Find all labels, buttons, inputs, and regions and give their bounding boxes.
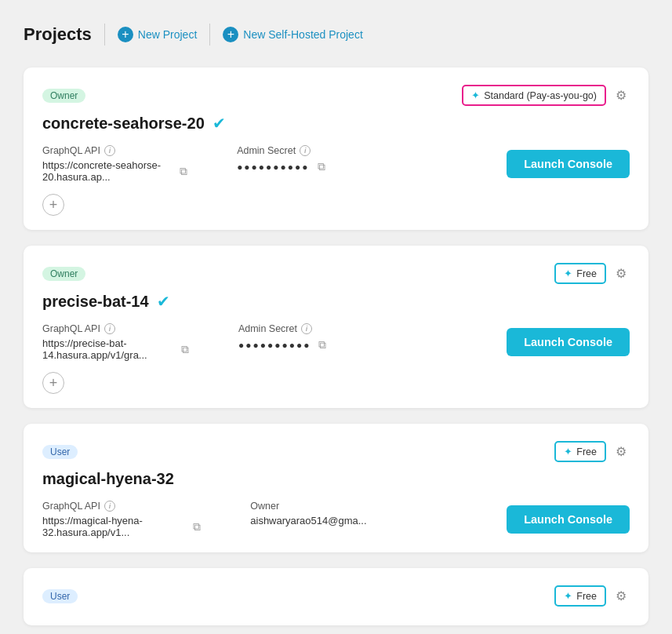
project-1-plan-badge: ✦ Standard (Pay-as-you-go) [462, 85, 606, 106]
project-1-card-bottom: + [42, 194, 630, 216]
project-4-role-badge: User [42, 589, 78, 603]
project-1-copy-secret-button[interactable]: ⧉ [315, 159, 328, 174]
project-3-graphql-url: https://magical-hyena-32.hasura.app/v1..… [42, 515, 185, 538]
project-2-card-bottom: + [42, 372, 630, 394]
project-1-graphql-info-icon: i [104, 145, 115, 156]
project-3-copy-url-button[interactable]: ⧉ [191, 519, 203, 534]
project-4-plan-label: Free [576, 591, 597, 602]
project-2-graphql-info-icon: i [104, 323, 115, 334]
project-3-owner-value-row: aishwaryarao514@gma... [250, 515, 411, 527]
project-1-graphql-label: GraphQL API [42, 145, 100, 156]
project-3-graphql-info-icon: i [104, 501, 115, 512]
project-3-owner-label: Owner [250, 501, 279, 512]
project-2-secret-info-icon: i [301, 323, 312, 334]
card-3-top: User ✦ Free ⚙ [42, 441, 630, 462]
card-3-top-right: ✦ Free ⚙ [554, 441, 630, 462]
project-3-graphql-label: GraphQL API [42, 501, 100, 512]
new-project-label: New Project [138, 28, 197, 41]
project-3-fields: GraphQL API i https://magical-hyena-32.h… [42, 501, 412, 538]
project-2-copy-url-button[interactable]: ⧉ [179, 342, 191, 357]
project-1-secret-value: ●●●●●●●●●● [237, 162, 309, 173]
project-3-role-badge: User [42, 445, 78, 459]
project-2-graphql-url: https://precise-bat-14.hasura.app/v1/gra… [42, 337, 173, 361]
project-3-graphql-field: GraphQL API i https://magical-hyena-32.h… [42, 501, 203, 538]
new-project-plus-icon: + [118, 27, 133, 42]
project-1-graphql-value-row: https://concrete-seahorse-20.hasura.ap..… [42, 159, 190, 183]
project-3-graphql-value-row: https://magical-hyena-32.hasura.app/v1..… [42, 515, 203, 538]
page-title: Projects [24, 24, 92, 45]
project-1-fields: GraphQL API i https://concrete-seahorse-… [42, 145, 384, 183]
project-1-secret-value-row: ●●●●●●●●●● ⧉ [237, 159, 384, 174]
project-3-owner-field: Owner aishwaryarao514@gma... [250, 501, 411, 538]
card-1-top-right: ✦ Standard (Pay-as-you-go) ⚙ [462, 85, 630, 106]
project-2-plan-badge: ✦ Free [554, 263, 606, 284]
project-card-4: User ✦ Free ⚙ [24, 568, 648, 625]
project-1-secret-label: Admin Secret [237, 145, 296, 156]
projects-list: Owner ✦ Standard (Pay-as-you-go) ⚙ concr… [24, 67, 648, 625]
project-1-graphql-field: GraphQL API i https://concrete-seahorse-… [42, 145, 190, 183]
project-3-spark-icon: ✦ [564, 446, 572, 457]
project-2-role-badge: Owner [42, 267, 85, 281]
project-3-settings-button[interactable]: ⚙ [612, 443, 630, 461]
project-2-graphql-field: GraphQL API i https://precise-bat-14.has… [42, 323, 191, 361]
project-2-fields-launch: GraphQL API i https://precise-bat-14.has… [42, 323, 630, 361]
project-2-name: precise-bat-14 [42, 293, 149, 311]
project-2-launch-button[interactable]: Launch Console [507, 328, 630, 356]
project-2-secret-label-row: Admin Secret i [238, 323, 387, 334]
project-2-secret-value: ●●●●●●●●●● [238, 340, 311, 351]
new-project-button[interactable]: + New Project [118, 27, 197, 42]
project-2-graphql-label-row: GraphQL API i [42, 323, 191, 334]
project-1-verified-icon: ✔ [212, 114, 226, 133]
project-4-plan-badge: ✦ Free [554, 585, 606, 607]
project-card-1: Owner ✦ Standard (Pay-as-you-go) ⚙ concr… [24, 67, 648, 230]
project-2-fields: GraphQL API i https://precise-bat-14.has… [42, 323, 387, 361]
project-1-graphql-label-row: GraphQL API i [42, 145, 190, 156]
project-3-plan-badge: ✦ Free [554, 441, 606, 462]
project-1-settings-button[interactable]: ⚙ [612, 86, 630, 104]
project-1-fields-launch: GraphQL API i https://concrete-seahorse-… [42, 145, 630, 183]
project-3-fields-launch: GraphQL API i https://magical-hyena-32.h… [42, 501, 630, 538]
new-selfhosted-button[interactable]: + New Self-Hosted Project [223, 27, 363, 42]
header-divider-1 [104, 24, 105, 46]
project-3-owner-value: aishwaryarao514@gma... [250, 515, 366, 527]
project-1-copy-url-button[interactable]: ⧉ [177, 164, 190, 179]
project-1-secret-info-icon: i [300, 145, 311, 156]
project-2-plan-label: Free [576, 268, 597, 279]
new-selfhosted-plus-icon: + [223, 27, 238, 42]
project-2-settings-button[interactable]: ⚙ [612, 264, 630, 282]
project-1-role-badge: Owner [42, 89, 85, 103]
card-4-top-right: ✦ Free ⚙ [554, 585, 630, 607]
project-2-graphql-label: GraphQL API [42, 323, 100, 334]
project-2-graphql-value-row: https://precise-bat-14.hasura.app/v1/gra… [42, 337, 191, 361]
card-2-top-right: ✦ Free ⚙ [554, 263, 630, 284]
project-3-graphql-label-row: GraphQL API i [42, 501, 203, 512]
project-2-verified-icon: ✔ [157, 292, 170, 311]
project-1-launch-button[interactable]: Launch Console [507, 150, 630, 178]
project-3-owner-label-row: Owner [250, 501, 411, 512]
project-3-launch-button[interactable]: Launch Console [507, 505, 630, 534]
project-1-plan-label: Standard (Pay-as-you-go) [484, 90, 597, 101]
card-4-top: User ✦ Free ⚙ [42, 585, 630, 607]
project-1-name-row: concrete-seahorse-20 ✔ [42, 114, 630, 133]
project-2-secret-field: Admin Secret i ●●●●●●●●●● ⧉ [238, 323, 387, 361]
project-1-add-button[interactable]: + [42, 194, 64, 216]
project-card-2: Owner ✦ Free ⚙ precise-bat-14 ✔ GraphQL … [24, 246, 648, 408]
new-selfhosted-label: New Self-Hosted Project [243, 28, 363, 41]
project-3-plan-label: Free [576, 446, 597, 457]
project-1-secret-label-row: Admin Secret i [237, 145, 384, 156]
project-card-3: User ✦ Free ⚙ magical-hyena-32 GraphQL A… [24, 424, 648, 552]
card-2-top: Owner ✦ Free ⚙ [42, 263, 630, 284]
card-1-top: Owner ✦ Standard (Pay-as-you-go) ⚙ [42, 85, 630, 106]
project-2-secret-label: Admin Secret [238, 323, 297, 334]
project-2-name-row: precise-bat-14 ✔ [42, 292, 630, 311]
project-1-spark-icon: ✦ [471, 89, 480, 101]
project-1-secret-field: Admin Secret i ●●●●●●●●●● ⧉ [237, 145, 384, 183]
project-2-spark-icon: ✦ [564, 268, 572, 279]
project-2-secret-value-row: ●●●●●●●●●● ⧉ [238, 337, 387, 352]
header-divider-2 [209, 24, 210, 46]
page-header: Projects + New Project + New Self-Hosted… [24, 24, 648, 46]
project-4-settings-button[interactable]: ⚙ [612, 587, 630, 605]
project-3-name: magical-hyena-32 [42, 470, 174, 488]
project-2-copy-secret-button[interactable]: ⧉ [316, 337, 329, 352]
project-2-add-button[interactable]: + [42, 372, 64, 394]
